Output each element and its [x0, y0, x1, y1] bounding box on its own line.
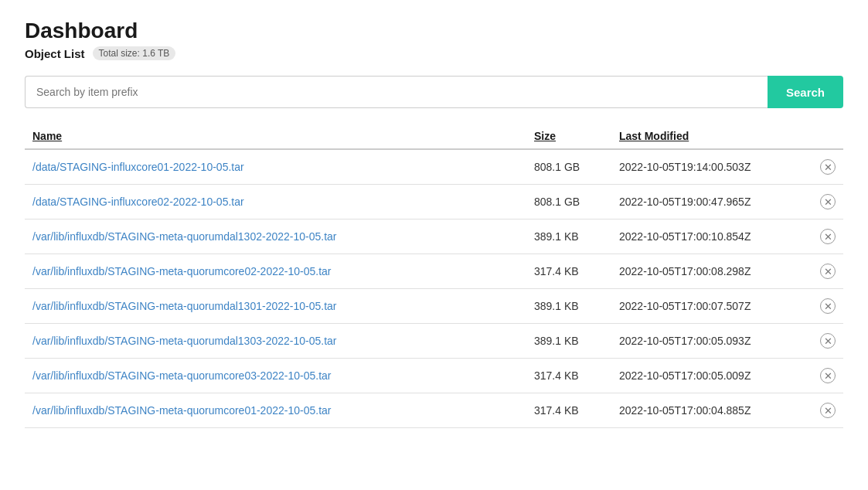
total-size-badge: Total size: 1.6 TB: [93, 46, 176, 60]
file-action-cell: ✕: [812, 149, 843, 185]
file-size-cell: 317.4 KB: [526, 254, 611, 289]
file-link[interactable]: /var/lib/influxdb/STAGING-meta-quorumdal…: [32, 230, 336, 243]
file-size-cell: 389.1 KB: [526, 324, 611, 359]
table-row: /data/STAGING-influxcore02-2022-10-05.ta…: [25, 185, 843, 219]
delete-button[interactable]: ✕: [820, 368, 836, 383]
file-action-cell: ✕: [812, 254, 843, 289]
file-modified-cell: 2022-10-05T17:00:10.854Z: [611, 219, 812, 254]
table-body: /data/STAGING-influxcore01-2022-10-05.ta…: [25, 149, 843, 428]
table-row: /data/STAGING-influxcore01-2022-10-05.ta…: [25, 149, 843, 185]
delete-button[interactable]: ✕: [820, 298, 836, 314]
file-action-cell: ✕: [812, 324, 843, 359]
file-name-cell: /var/lib/influxdb/STAGING-meta-quorumdal…: [25, 219, 526, 254]
object-table: Name Size Last Modified /data/STAGING-in…: [25, 124, 843, 428]
file-action-cell: ✕: [812, 219, 843, 254]
file-link[interactable]: /var/lib/influxdb/STAGING-meta-quorumdal…: [32, 335, 336, 347]
file-name-cell: /data/STAGING-influxcore02-2022-10-05.ta…: [25, 185, 526, 219]
table-row: /var/lib/influxdb/STAGING-meta-quorumdal…: [25, 219, 843, 254]
file-modified-cell: 2022-10-05T17:00:05.093Z: [611, 324, 812, 359]
file-name-cell: /var/lib/influxdb/STAGING-meta-quorumdal…: [25, 289, 526, 324]
table-header: Name Size Last Modified: [25, 124, 843, 149]
delete-button[interactable]: ✕: [820, 194, 836, 209]
file-modified-cell: 2022-10-05T17:00:08.298Z: [611, 254, 812, 289]
file-modified-cell: 2022-10-05T17:00:05.009Z: [611, 359, 812, 393]
file-name-cell: /var/lib/influxdb/STAGING-meta-quorumcor…: [25, 359, 526, 393]
file-size-cell: 808.1 GB: [526, 185, 611, 219]
file-size-cell: 389.1 KB: [526, 219, 611, 254]
delete-button[interactable]: ✕: [820, 403, 836, 418]
search-input[interactable]: [25, 76, 768, 108]
delete-button[interactable]: ✕: [820, 333, 836, 349]
delete-button[interactable]: ✕: [820, 159, 836, 175]
file-name-cell: /var/lib/influxdb/STAGING-meta-quorumdal…: [25, 324, 526, 359]
table-row: /var/lib/influxdb/STAGING-meta-quorumcor…: [25, 393, 843, 428]
table-row: /var/lib/influxdb/STAGING-meta-quorumcor…: [25, 359, 843, 393]
table-row: /var/lib/influxdb/STAGING-meta-quorumdal…: [25, 289, 843, 324]
file-size-cell: 317.4 KB: [526, 359, 611, 393]
search-row: Search: [25, 76, 843, 108]
file-size-cell: 389.1 KB: [526, 289, 611, 324]
file-action-cell: ✕: [812, 185, 843, 219]
search-button[interactable]: Search: [768, 76, 843, 108]
file-link[interactable]: /data/STAGING-influxcore02-2022-10-05.ta…: [32, 196, 244, 208]
file-action-cell: ✕: [812, 393, 843, 428]
file-link[interactable]: /data/STAGING-influxcore01-2022-10-05.ta…: [32, 161, 244, 173]
file-modified-cell: 2022-10-05T19:14:00.503Z: [611, 149, 812, 185]
column-header-modified: Last Modified: [611, 124, 812, 149]
file-modified-cell: 2022-10-05T19:00:47.965Z: [611, 185, 812, 219]
column-header-name: Name: [25, 124, 526, 149]
subtitle-row: Object List Total size: 1.6 TB: [25, 46, 843, 60]
file-name-cell: /data/STAGING-influxcore01-2022-10-05.ta…: [25, 149, 526, 185]
file-link[interactable]: /var/lib/influxdb/STAGING-meta-quorumcor…: [32, 404, 331, 417]
delete-button[interactable]: ✕: [820, 264, 836, 279]
file-link[interactable]: /var/lib/influxdb/STAGING-meta-quorumcor…: [32, 369, 331, 382]
file-action-cell: ✕: [812, 359, 843, 393]
page-title: Dashboard: [25, 19, 843, 43]
file-link[interactable]: /var/lib/influxdb/STAGING-meta-quorumcor…: [32, 265, 331, 277]
object-list-label: Object List: [25, 47, 85, 60]
file-modified-cell: 2022-10-05T17:00:07.507Z: [611, 289, 812, 324]
file-link[interactable]: /var/lib/influxdb/STAGING-meta-quorumdal…: [32, 300, 336, 312]
delete-button[interactable]: ✕: [820, 229, 836, 244]
column-header-size: Size: [526, 124, 611, 149]
file-name-cell: /var/lib/influxdb/STAGING-meta-quorumcor…: [25, 393, 526, 428]
file-modified-cell: 2022-10-05T17:00:04.885Z: [611, 393, 812, 428]
file-size-cell: 808.1 GB: [526, 149, 611, 185]
file-size-cell: 317.4 KB: [526, 393, 611, 428]
table-row: /var/lib/influxdb/STAGING-meta-quorumdal…: [25, 324, 843, 359]
table-row: /var/lib/influxdb/STAGING-meta-quorumcor…: [25, 254, 843, 289]
file-name-cell: /var/lib/influxdb/STAGING-meta-quorumcor…: [25, 254, 526, 289]
column-header-action: [812, 124, 843, 149]
file-action-cell: ✕: [812, 289, 843, 324]
